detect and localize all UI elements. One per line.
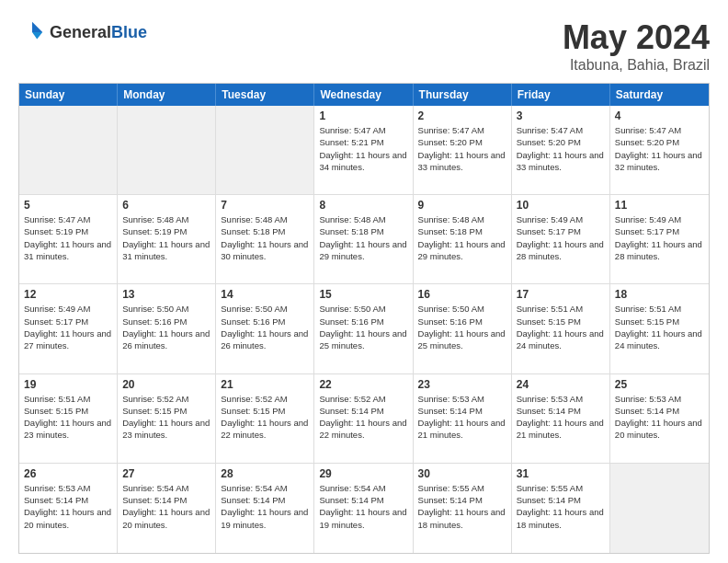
header: GeneralBlue May 2024 Itabuna, Bahia, Bra… xyxy=(18,18,710,74)
day-info: Sunrise: 5:51 AMSunset: 5:15 PMDaylight:… xyxy=(517,303,605,351)
weekday-header: Friday xyxy=(512,84,610,106)
calendar-cell: 5Sunrise: 5:47 AMSunset: 5:19 PMDaylight… xyxy=(19,195,118,283)
calendar-cell: 18Sunrise: 5:51 AMSunset: 5:15 PMDayligh… xyxy=(610,284,709,373)
day-number: 1 xyxy=(319,109,407,122)
day-number: 21 xyxy=(221,378,309,391)
calendar-cell: 14Sunrise: 5:50 AMSunset: 5:16 PMDayligh… xyxy=(216,284,314,373)
day-number: 7 xyxy=(221,199,309,212)
day-number: 13 xyxy=(122,288,210,301)
day-info: Sunrise: 5:48 AMSunset: 5:18 PMDaylight:… xyxy=(319,213,407,262)
calendar-cell: 21Sunrise: 5:52 AMSunset: 5:15 PMDayligh… xyxy=(216,374,314,463)
calendar-cell xyxy=(19,106,118,194)
day-number: 16 xyxy=(418,288,506,301)
calendar-cell: 13Sunrise: 5:50 AMSunset: 5:16 PMDayligh… xyxy=(118,284,216,373)
day-number: 9 xyxy=(418,199,506,212)
day-number: 2 xyxy=(418,109,506,122)
calendar-row: 12Sunrise: 5:49 AMSunset: 5:17 PMDayligh… xyxy=(19,284,709,373)
day-info: Sunrise: 5:47 AMSunset: 5:21 PMDaylight:… xyxy=(319,124,407,173)
weekday-header: Monday xyxy=(118,84,216,106)
day-info: Sunrise: 5:48 AMSunset: 5:18 PMDaylight:… xyxy=(221,213,309,262)
calendar-cell: 15Sunrise: 5:50 AMSunset: 5:16 PMDayligh… xyxy=(314,284,413,373)
day-number: 24 xyxy=(517,378,605,391)
day-number: 15 xyxy=(319,288,407,301)
calendar-body: 1Sunrise: 5:47 AMSunset: 5:21 PMDaylight… xyxy=(19,106,709,553)
calendar-cell: 9Sunrise: 5:48 AMSunset: 5:18 PMDaylight… xyxy=(414,195,512,283)
day-info: Sunrise: 5:47 AMSunset: 5:20 PMDaylight:… xyxy=(517,124,605,173)
title-month: May 2024 xyxy=(563,18,710,57)
weekday-header: Sunday xyxy=(19,84,118,106)
day-info: Sunrise: 5:52 AMSunset: 5:14 PMDaylight:… xyxy=(319,393,407,442)
day-number: 27 xyxy=(122,467,210,480)
calendar: SundayMondayTuesdayWednesdayThursdayFrid… xyxy=(18,83,710,554)
day-number: 6 xyxy=(122,199,210,212)
day-number: 5 xyxy=(24,199,112,212)
calendar-cell: 11Sunrise: 5:49 AMSunset: 5:17 PMDayligh… xyxy=(610,195,709,283)
weekday-header: Wednesday xyxy=(314,84,413,106)
day-number: 25 xyxy=(615,378,704,391)
calendar-cell: 22Sunrise: 5:52 AMSunset: 5:14 PMDayligh… xyxy=(314,374,413,463)
day-info: Sunrise: 5:47 AMSunset: 5:19 PMDaylight:… xyxy=(24,213,112,262)
calendar-cell: 4Sunrise: 5:47 AMSunset: 5:20 PMDaylight… xyxy=(610,106,709,194)
calendar-cell: 12Sunrise: 5:49 AMSunset: 5:17 PMDayligh… xyxy=(19,284,118,373)
day-info: Sunrise: 5:50 AMSunset: 5:16 PMDaylight:… xyxy=(319,303,407,351)
day-info: Sunrise: 5:53 AMSunset: 5:14 PMDaylight:… xyxy=(24,482,112,531)
calendar-cell: 6Sunrise: 5:48 AMSunset: 5:19 PMDaylight… xyxy=(118,195,216,283)
day-number: 17 xyxy=(517,288,605,301)
day-info: Sunrise: 5:55 AMSunset: 5:14 PMDaylight:… xyxy=(517,482,605,531)
logo: GeneralBlue xyxy=(18,18,147,46)
calendar-cell xyxy=(118,106,216,194)
logo-text: GeneralBlue xyxy=(50,23,147,42)
logo-general: General xyxy=(50,23,111,41)
calendar-cell: 1Sunrise: 5:47 AMSunset: 5:21 PMDaylight… xyxy=(314,106,413,194)
calendar-header: SundayMondayTuesdayWednesdayThursdayFrid… xyxy=(19,84,709,106)
title-block: May 2024 Itabuna, Bahia, Brazil xyxy=(563,18,710,74)
calendar-cell: 2Sunrise: 5:47 AMSunset: 5:20 PMDaylight… xyxy=(414,106,512,194)
day-info: Sunrise: 5:54 AMSunset: 5:14 PMDaylight:… xyxy=(122,482,210,531)
calendar-row: 26Sunrise: 5:53 AMSunset: 5:14 PMDayligh… xyxy=(19,464,709,553)
day-info: Sunrise: 5:51 AMSunset: 5:15 PMDaylight:… xyxy=(24,393,112,442)
day-info: Sunrise: 5:55 AMSunset: 5:14 PMDaylight:… xyxy=(418,482,506,531)
day-info: Sunrise: 5:53 AMSunset: 5:14 PMDaylight:… xyxy=(418,393,506,442)
calendar-cell: 25Sunrise: 5:53 AMSunset: 5:14 PMDayligh… xyxy=(610,374,709,463)
day-info: Sunrise: 5:51 AMSunset: 5:15 PMDaylight:… xyxy=(615,303,704,351)
day-number: 29 xyxy=(319,467,407,480)
day-info: Sunrise: 5:48 AMSunset: 5:18 PMDaylight:… xyxy=(418,213,506,262)
calendar-cell: 19Sunrise: 5:51 AMSunset: 5:15 PMDayligh… xyxy=(19,374,118,463)
calendar-cell: 17Sunrise: 5:51 AMSunset: 5:15 PMDayligh… xyxy=(512,284,610,373)
day-number: 12 xyxy=(24,288,112,301)
day-number: 4 xyxy=(615,109,704,122)
day-info: Sunrise: 5:49 AMSunset: 5:17 PMDaylight:… xyxy=(517,213,605,262)
day-info: Sunrise: 5:52 AMSunset: 5:15 PMDaylight:… xyxy=(221,393,309,442)
day-number: 19 xyxy=(24,378,112,391)
weekday-header: Thursday xyxy=(414,84,512,106)
day-info: Sunrise: 5:49 AMSunset: 5:17 PMDaylight:… xyxy=(615,213,704,262)
calendar-cell: 29Sunrise: 5:54 AMSunset: 5:14 PMDayligh… xyxy=(314,464,413,553)
title-location: Itabuna, Bahia, Brazil xyxy=(563,57,710,74)
calendar-cell xyxy=(216,106,314,194)
day-info: Sunrise: 5:50 AMSunset: 5:16 PMDaylight:… xyxy=(418,303,506,351)
day-info: Sunrise: 5:49 AMSunset: 5:17 PMDaylight:… xyxy=(24,303,112,351)
calendar-row: 1Sunrise: 5:47 AMSunset: 5:21 PMDaylight… xyxy=(19,106,709,195)
day-info: Sunrise: 5:52 AMSunset: 5:15 PMDaylight:… xyxy=(122,393,210,442)
svg-marker-0 xyxy=(32,22,42,32)
day-info: Sunrise: 5:50 AMSunset: 5:16 PMDaylight:… xyxy=(122,303,210,351)
calendar-cell: 20Sunrise: 5:52 AMSunset: 5:15 PMDayligh… xyxy=(118,374,216,463)
day-info: Sunrise: 5:54 AMSunset: 5:14 PMDaylight:… xyxy=(319,482,407,531)
day-number: 8 xyxy=(319,199,407,212)
day-info: Sunrise: 5:50 AMSunset: 5:16 PMDaylight:… xyxy=(221,303,309,351)
calendar-cell: 31Sunrise: 5:55 AMSunset: 5:14 PMDayligh… xyxy=(512,464,610,553)
calendar-cell: 28Sunrise: 5:54 AMSunset: 5:14 PMDayligh… xyxy=(216,464,314,553)
day-number: 14 xyxy=(221,288,309,301)
calendar-cell: 23Sunrise: 5:53 AMSunset: 5:14 PMDayligh… xyxy=(414,374,512,463)
day-number: 18 xyxy=(615,288,704,301)
weekday-header: Saturday xyxy=(610,84,709,106)
logo-blue: Blue xyxy=(111,23,147,41)
svg-marker-1 xyxy=(32,32,42,40)
day-number: 10 xyxy=(517,199,605,212)
calendar-cell: 8Sunrise: 5:48 AMSunset: 5:18 PMDaylight… xyxy=(314,195,413,283)
day-info: Sunrise: 5:47 AMSunset: 5:20 PMDaylight:… xyxy=(615,124,704,173)
day-info: Sunrise: 5:47 AMSunset: 5:20 PMDaylight:… xyxy=(418,124,506,173)
day-number: 20 xyxy=(122,378,210,391)
day-number: 11 xyxy=(615,199,704,212)
calendar-row: 5Sunrise: 5:47 AMSunset: 5:19 PMDaylight… xyxy=(19,195,709,284)
